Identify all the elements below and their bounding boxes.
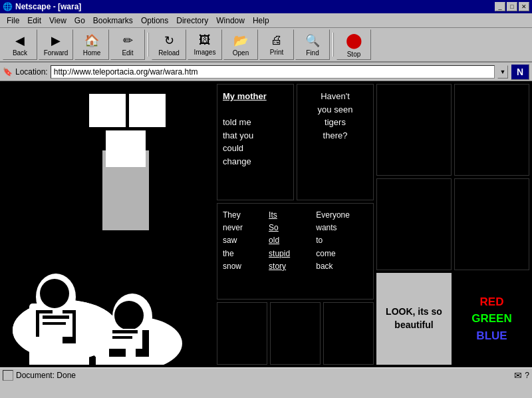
mid-left-3: saw xyxy=(223,236,237,245)
reload-icon: ↻ xyxy=(164,33,174,48)
home-icon: 🏠 xyxy=(84,33,99,48)
center-panel: My mother told me that you could change … xyxy=(217,84,374,365)
edit-button[interactable]: ✏ Edit xyxy=(110,29,145,60)
cell1-line5: change xyxy=(223,156,251,166)
toolbar-separator xyxy=(148,33,149,57)
print-button[interactable]: 🖨 Print xyxy=(259,29,294,60)
app-icon: 🌐 xyxy=(3,2,13,11)
bottom-cell-2 xyxy=(270,302,321,365)
mid-link-2[interactable]: So xyxy=(269,223,279,232)
back-icon: ◀ xyxy=(15,33,25,48)
cell1-line2: told me xyxy=(223,117,251,127)
middle-col-1: They never saw the snow xyxy=(223,209,261,273)
mid-left-4: the xyxy=(223,249,234,258)
status-bar: Document: Done ✉ ? xyxy=(0,367,532,382)
left-panel xyxy=(3,84,214,365)
svg-rect-22 xyxy=(112,336,132,339)
mid-right-1: Everyone xyxy=(316,210,350,220)
forward-button[interactable]: ▶ Forward xyxy=(39,29,73,60)
find-icon: 🔍 xyxy=(305,33,320,48)
stop-button[interactable]: ⬤ Stop xyxy=(336,29,371,60)
open-label: Open xyxy=(233,49,249,57)
back-button[interactable]: ◀ Back xyxy=(3,29,37,60)
svg-rect-3 xyxy=(102,150,149,230)
status-left: Document: Done xyxy=(3,370,76,381)
look-cell: LOOK, its so beautiful xyxy=(376,273,452,365)
mid-link-4[interactable]: stupid xyxy=(269,249,290,258)
bottom-cell-1 xyxy=(217,302,267,365)
back-label: Back xyxy=(13,49,27,57)
svg-point-16 xyxy=(114,301,144,330)
right-cell-2 xyxy=(454,84,529,176)
look-text: LOOK, its so beautiful xyxy=(382,305,446,331)
mid-right-5: back xyxy=(316,262,332,271)
mail-count: ? xyxy=(525,371,529,380)
close-button[interactable]: ✕ xyxy=(519,2,529,11)
netscape-logo: N xyxy=(511,64,529,80)
center-top-row: My mother told me that you could change … xyxy=(217,84,374,200)
svg-point-15 xyxy=(40,279,69,308)
svg-rect-21 xyxy=(112,330,138,333)
illustration-svg xyxy=(3,84,214,365)
mid-left-1: They xyxy=(223,210,241,220)
cell2-line2: you seen xyxy=(318,104,353,114)
mail-icon[interactable]: ✉ xyxy=(514,370,522,381)
right-panel: LOOK, its so beautiful RED GREEN BLUE xyxy=(376,84,529,365)
home-label: Home xyxy=(83,49,101,57)
menu-options[interactable]: Options xyxy=(137,15,172,27)
rgb-blue: BLUE xyxy=(476,327,507,345)
bottom-cell-3 xyxy=(323,302,374,365)
mid-link-1[interactable]: Its xyxy=(269,210,277,220)
rgb-cell: RED GREEN BLUE xyxy=(454,273,529,365)
images-button[interactable]: 🖼 Images xyxy=(188,29,222,60)
menu-file[interactable]: File xyxy=(3,15,23,27)
stop-label: Stop xyxy=(347,51,361,58)
find-button[interactable]: 🔍 Find xyxy=(295,29,330,60)
menu-view[interactable]: View xyxy=(45,15,70,27)
cell1-line3: that you xyxy=(223,130,253,140)
open-button[interactable]: 📂 Open xyxy=(223,29,258,60)
cell2-line1: Haven't xyxy=(321,91,350,101)
images-icon: 🖼 xyxy=(199,33,211,47)
status-progress-icon xyxy=(3,370,13,381)
title-bar-controls[interactable]: _ □ ✕ xyxy=(495,2,529,11)
images-label: Images xyxy=(194,49,216,56)
menu-help[interactable]: Help xyxy=(249,15,273,27)
right-cell-3 xyxy=(376,178,452,270)
mid-right-3: to xyxy=(316,236,323,245)
cell1-line4: could xyxy=(223,143,243,153)
svg-rect-19 xyxy=(43,315,69,319)
mid-link-3[interactable]: old xyxy=(269,236,279,245)
center-bottom-row xyxy=(217,302,374,365)
status-right: ✉ ? xyxy=(514,370,529,381)
minimize-button[interactable]: _ xyxy=(495,2,505,11)
edit-label: Edit xyxy=(122,49,133,57)
menu-directory[interactable]: Directory xyxy=(172,15,212,27)
mid-link-5[interactable]: story xyxy=(269,262,286,271)
title-bar-left: 🌐 Netscape - [wara] xyxy=(3,2,81,11)
forward-icon: ▶ xyxy=(51,33,61,48)
open-icon: 📂 xyxy=(233,33,248,48)
cell1-line1: My mother xyxy=(223,91,267,101)
home-button[interactable]: 🏠 Home xyxy=(74,29,109,60)
svg-rect-1 xyxy=(129,94,166,127)
menu-bookmarks[interactable]: Bookmarks xyxy=(89,15,137,27)
menu-window[interactable]: Window xyxy=(212,15,249,27)
mid-left-2: never xyxy=(223,223,243,232)
stop-icon: ⬤ xyxy=(346,32,362,49)
svg-rect-20 xyxy=(43,322,66,325)
location-input[interactable] xyxy=(51,65,495,79)
title-bar: 🌐 Netscape - [wara] _ □ ✕ xyxy=(0,0,532,13)
reload-button[interactable]: ↻ Reload xyxy=(152,29,186,60)
menu-go[interactable]: Go xyxy=(70,15,89,27)
status-text: Document: Done xyxy=(16,371,76,380)
reload-label: Reload xyxy=(158,49,180,57)
forward-label: Forward xyxy=(44,49,68,57)
middle-col-2: Its So old stupid story xyxy=(269,209,308,273)
maximize-button[interactable]: □ xyxy=(507,2,517,11)
rgb-red: RED xyxy=(480,294,504,311)
location-dropdown[interactable]: ▼ xyxy=(497,65,508,79)
location-bar: 🔖 Location: ▼ N xyxy=(0,63,532,81)
menu-edit[interactable]: Edit xyxy=(23,15,45,27)
svg-rect-0 xyxy=(89,94,126,127)
